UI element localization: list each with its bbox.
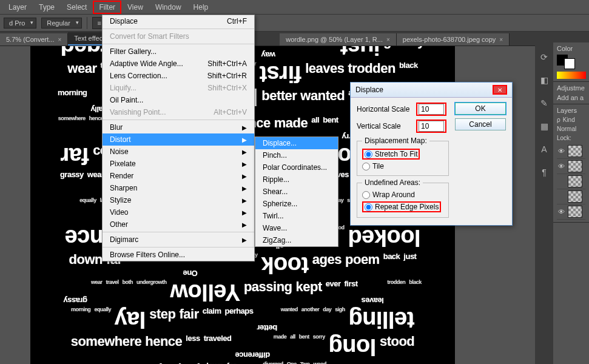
visibility-icon[interactable]: 👁 — [557, 162, 565, 170]
close-icon[interactable]: × — [499, 36, 503, 43]
menu-item-label: Noise — [110, 147, 129, 156]
submenu-item[interactable]: Pinch... — [255, 149, 338, 161]
font-family-select[interactable]: d Pro — [4, 18, 36, 29]
menu-video[interactable]: Video▶ — [103, 206, 254, 218]
properties-icon[interactable]: ◧ — [538, 74, 550, 86]
menu-item-label: Sharpen — [110, 184, 137, 192]
menu-help[interactable]: Help — [187, 1, 215, 14]
submenu-item[interactable]: ZigZag... — [255, 234, 338, 246]
menu-digimarc[interactable]: Digimarc▶ — [103, 234, 254, 246]
tab-doc-3[interactable]: wordle.png @ 50% (Layer 1, R...× — [280, 33, 397, 46]
separator — [103, 120, 254, 120]
shortcut-label: Alt+Ctrl+V — [214, 108, 247, 116]
menu-type[interactable]: Type — [33, 1, 61, 14]
separator — [103, 232, 254, 232]
separator — [103, 44, 254, 44]
visibility-icon[interactable] — [557, 192, 565, 201]
close-icon[interactable]: × — [58, 36, 61, 43]
menu-sharpen[interactable]: Sharpen▶ — [103, 182, 254, 194]
paragraph-icon[interactable]: ¶ — [538, 166, 550, 178]
menu-pixelate[interactable]: Pixelate▶ — [103, 158, 254, 170]
menu-item-label: Browse Filters Online... — [110, 251, 185, 259]
shortcut-label: Ctrl+F — [227, 17, 247, 25]
hscale-label: Horizontal Scale — [357, 105, 411, 113]
blend-mode-select[interactable]: Normal — [557, 126, 576, 132]
shortcut-label: Shift+Ctrl+X — [207, 84, 247, 92]
visibility-icon[interactable]: 👁 — [557, 207, 565, 216]
submenu-item[interactable]: Polar Coordinates... — [255, 161, 338, 174]
menu-item-label: Filter Gallery... — [110, 47, 157, 56]
close-button[interactable]: ✕ — [493, 85, 507, 95]
layer-row[interactable]: 👁 — [557, 144, 585, 159]
menu-distort[interactable]: Distort▶ — [103, 133, 254, 146]
tab-doc-4[interactable]: pexels-photo-638700.jpeg copy× — [397, 33, 510, 46]
submenu-item[interactable]: Wave... — [255, 222, 338, 234]
menu-noise[interactable]: Noise▶ — [103, 146, 254, 158]
menu-view[interactable]: View — [121, 1, 149, 14]
brush-icon[interactable]: ✎ — [538, 97, 550, 109]
radio-label: Wrap Around — [372, 190, 415, 199]
character-icon[interactable]: A — [538, 143, 550, 155]
filter-menu-dropdown: DisplaceCtrl+F Convert for Smart Filters… — [102, 15, 255, 261]
menu-filter[interactable]: Filter — [93, 1, 121, 14]
layer-thumb — [568, 160, 582, 172]
layer-row[interactable] — [557, 174, 585, 189]
distort-submenu: Displace...Pinch...Polar Coordinates...R… — [255, 136, 338, 247]
layer-thumb — [568, 190, 582, 203]
group-label: Undefined Areas: — [362, 178, 423, 187]
submenu-item[interactable]: Twirl... — [255, 210, 338, 222]
menu-stylize[interactable]: Stylize▶ — [103, 194, 254, 206]
menu-item[interactable]: Oil Paint... — [103, 94, 254, 106]
menu-last-filter[interactable]: DisplaceCtrl+F — [103, 15, 254, 27]
fg-bg-swatches[interactable] — [557, 55, 585, 69]
menu-other[interactable]: Other▶ — [103, 218, 254, 231]
submenu-item[interactable]: Ripple... — [255, 174, 338, 186]
bg-swatch[interactable] — [564, 58, 575, 69]
panel-title: Adjustme — [557, 84, 585, 92]
wrap-radio[interactable] — [362, 191, 370, 199]
swatches-icon[interactable]: ▦ — [538, 120, 550, 132]
menu-item-label: Distort — [110, 135, 131, 144]
color-ramp[interactable] — [557, 72, 586, 79]
tab-doc-1[interactable]: 5.7% (Convert...× — [0, 33, 68, 46]
visibility-icon[interactable]: 👁 — [557, 147, 565, 155]
submenu-arrow-icon: ▶ — [242, 237, 247, 243]
menu-window[interactable]: Window — [149, 1, 187, 14]
history-icon[interactable]: ⟳ — [538, 51, 550, 63]
visibility-icon[interactable] — [557, 177, 565, 186]
repeat-radio[interactable] — [365, 203, 372, 211]
font-weight-select[interactable]: Regular — [41, 18, 82, 29]
menu-item[interactable]: Adaptive Wide Angle...Shift+Ctrl+A — [103, 58, 254, 70]
close-icon[interactable]: × — [386, 36, 390, 43]
tile-radio[interactable] — [362, 163, 370, 170]
kind-filter[interactable]: Kind — [563, 116, 575, 123]
submenu-item[interactable]: Spherize... — [255, 198, 338, 210]
ok-button[interactable]: OK — [455, 103, 506, 115]
menu-item-label: Stylize — [110, 196, 131, 204]
layer-row[interactable]: 👁 — [557, 159, 585, 174]
menu-layer[interactable]: Layer — [2, 1, 33, 14]
stretch-radio[interactable] — [365, 150, 372, 158]
layer-row[interactable]: 👁 — [557, 204, 585, 220]
submenu-arrow-icon: ▶ — [242, 173, 247, 180]
submenu-item[interactable]: Shear... — [255, 186, 338, 198]
menu-item[interactable]: Filter Gallery... — [103, 46, 254, 58]
menu-render[interactable]: Render▶ — [103, 170, 254, 182]
menu-item-label: Lens Correction... — [110, 72, 167, 80]
menu-browse-filters[interactable]: Browse Filters Online... — [103, 249, 254, 261]
options-bar: d Pro Regular ≡ ≡ ≡ ⌇ ▦ — [0, 15, 589, 32]
tab-label: wordle.png @ 50% (Layer 1, R... — [286, 36, 383, 43]
dialog-titlebar[interactable]: Displace ✕ — [351, 83, 512, 98]
submenu-item[interactable]: Displace... — [255, 137, 338, 149]
cancel-button[interactable]: Cancel — [455, 118, 506, 130]
layer-thumb — [568, 145, 582, 157]
hscale-input[interactable] — [419, 104, 444, 115]
menu-select[interactable]: Select — [61, 1, 93, 14]
submenu-arrow-icon: ▶ — [242, 124, 247, 131]
menu-item[interactable]: Lens Correction...Shift+Ctrl+R — [103, 70, 254, 82]
menu-item-label: Pixelate — [110, 160, 136, 168]
vscale-input[interactable] — [419, 121, 444, 132]
menu-blur[interactable]: Blur▶ — [103, 121, 254, 133]
layer-row[interactable] — [557, 189, 585, 204]
separator — [103, 247, 254, 248]
